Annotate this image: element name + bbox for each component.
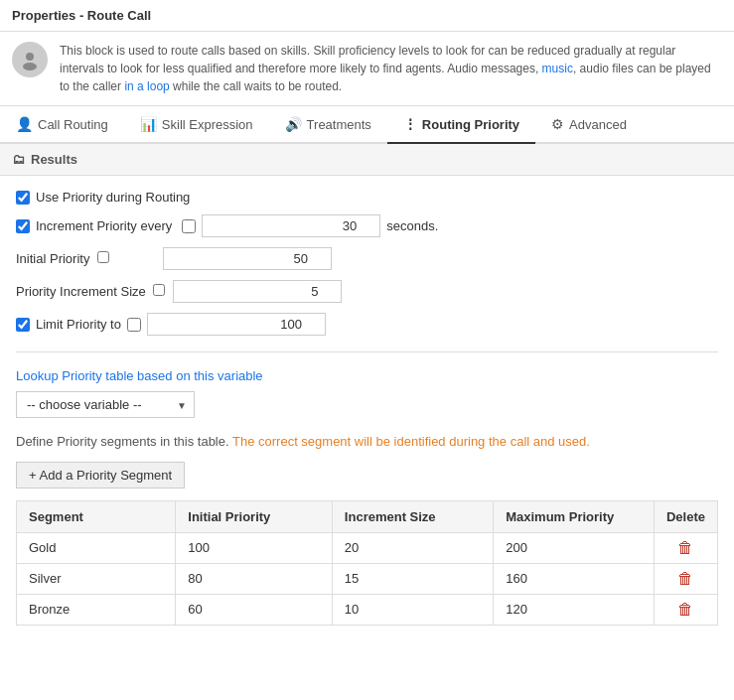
info-bar: This block is used to route calls based … — [0, 32, 734, 106]
advanced-icon: ⚙ — [551, 116, 564, 132]
priority-increment-size-label: Priority Increment Size — [16, 284, 165, 299]
cell-increment-size-1 — [332, 563, 493, 594]
input-maximum-priority-0[interactable] — [506, 540, 642, 555]
input-maximum-priority-1[interactable] — [506, 571, 642, 586]
tab-routing-priority[interactable]: ⋮ Routing Priority — [387, 106, 535, 144]
delete-row-button-1[interactable]: 🗑 — [677, 570, 693, 587]
delete-row-button-2[interactable]: 🗑 — [677, 601, 693, 618]
increment-priority-row: Increment Priority every seconds. — [16, 214, 718, 237]
results-icon: 🗂 — [12, 152, 25, 167]
table-row: 🗑 — [17, 563, 718, 594]
tab-treatments-label: Treatments — [307, 117, 371, 132]
cell-maximum-priority-0 — [494, 532, 655, 563]
seconds-unit: seconds. — [386, 218, 438, 233]
tab-call-routing-label: Call Routing — [38, 117, 108, 132]
priority-table: Segment Initial Priority Increment Size … — [16, 500, 718, 626]
col-segment: Segment — [17, 500, 176, 532]
page-title: Properties - Route Call — [0, 0, 734, 32]
input-segment-2[interactable] — [29, 602, 163, 617]
skill-expression-icon: 📊 — [140, 116, 157, 132]
svg-point-1 — [23, 63, 37, 70]
cell-segment-1 — [17, 563, 176, 594]
priority-increment-size-input[interactable] — [173, 280, 342, 303]
use-priority-label: Use Priority during Routing — [36, 190, 190, 205]
use-priority-row: Use Priority during Routing — [16, 190, 718, 205]
define-text-before: Define Priority segments in this table. — [16, 434, 229, 449]
limit-priority-checkbox[interactable] — [16, 318, 30, 332]
increment-priority-label: Increment Priority every — [36, 218, 172, 233]
initial-priority-row: Initial Priority — [16, 247, 718, 270]
priority-increment-size-checkbox[interactable] — [153, 284, 165, 296]
cell-segment-0 — [17, 532, 176, 563]
limit-priority-input[interactable] — [147, 313, 326, 336]
cell-maximum-priority-1 — [494, 563, 655, 594]
cell-segment-2 — [17, 594, 176, 625]
delete-row-button-0[interactable]: 🗑 — [677, 539, 693, 556]
col-maximum-priority: Maximum Priority — [494, 500, 655, 532]
use-priority-checkbox[interactable] — [16, 191, 30, 205]
main-content: Use Priority during Routing Increment Pr… — [0, 176, 734, 639]
lookup-label: Lookup Priority table based on this vari… — [16, 368, 718, 383]
cell-initial-priority-2 — [176, 594, 333, 625]
cell-delete-2: 🗑 — [654, 594, 717, 625]
input-increment-size-0[interactable] — [345, 540, 481, 555]
input-segment-1[interactable] — [29, 571, 163, 586]
cell-initial-priority-0 — [176, 532, 333, 563]
info-text: This block is used to route calls based … — [60, 42, 722, 95]
cell-increment-size-0 — [332, 532, 493, 563]
tab-call-routing[interactable]: 👤 Call Routing — [0, 106, 124, 144]
tab-skill-expression[interactable]: 📊 Skill Expression — [124, 106, 269, 144]
input-increment-size-1[interactable] — [345, 571, 481, 586]
input-initial-priority-2[interactable] — [188, 602, 320, 617]
initial-priority-label: Initial Priority — [16, 251, 155, 266]
tab-treatments[interactable]: 🔊 Treatments — [269, 106, 387, 144]
col-increment-size: Increment Size — [332, 500, 493, 532]
increment-priority-checkbox[interactable] — [16, 219, 30, 233]
tab-routing-priority-label: Routing Priority — [422, 117, 519, 132]
table-row: 🗑 — [17, 532, 718, 563]
define-text: Define Priority segments in this table. … — [16, 432, 718, 452]
add-priority-segment-button[interactable]: + Add a Priority Segment — [16, 462, 185, 489]
variable-select[interactable]: -- choose variable -- — [16, 391, 195, 418]
col-initial-priority: Initial Priority — [176, 500, 333, 532]
cell-maximum-priority-2 — [494, 594, 655, 625]
table-header-row: Segment Initial Priority Increment Size … — [17, 500, 718, 532]
limit-priority-label: Limit Priority to — [36, 317, 121, 332]
table-row: 🗑 — [17, 594, 718, 625]
input-increment-size-2[interactable] — [345, 602, 481, 617]
initial-priority-checkbox[interactable] — [97, 251, 109, 263]
variable-select-wrapper: -- choose variable -- — [16, 391, 195, 418]
cell-delete-1: 🗑 — [654, 563, 717, 594]
treatments-icon: 🔊 — [285, 116, 302, 132]
priority-increment-size-row: Priority Increment Size — [16, 280, 718, 303]
call-routing-icon: 👤 — [16, 116, 33, 132]
results-section-header: 🗂 Results — [0, 144, 734, 176]
cell-increment-size-2 — [332, 594, 493, 625]
tabs-bar: 👤 Call Routing 📊 Skill Expression 🔊 Trea… — [0, 106, 734, 144]
input-initial-priority-1[interactable] — [188, 571, 320, 586]
input-initial-priority-0[interactable] — [188, 540, 320, 555]
define-text-highlight: The correct segment will be identified d… — [232, 434, 590, 449]
input-segment-0[interactable] — [29, 540, 163, 555]
tab-skill-expression-label: Skill Expression — [162, 117, 253, 132]
increment-priority-variable-checkbox[interactable] — [182, 219, 196, 233]
col-delete: Delete — [654, 500, 717, 532]
initial-priority-input[interactable] — [163, 247, 332, 270]
limit-priority-variable-checkbox[interactable] — [127, 318, 141, 332]
avatar-icon — [12, 42, 48, 77]
input-maximum-priority-2[interactable] — [506, 602, 642, 617]
tab-advanced[interactable]: ⚙ Advanced — [535, 106, 643, 144]
cell-delete-0: 🗑 — [654, 532, 717, 563]
limit-priority-row: Limit Priority to — [16, 313, 718, 336]
cell-initial-priority-1 — [176, 563, 333, 594]
tab-advanced-label: Advanced — [569, 117, 627, 132]
results-label: Results — [31, 152, 77, 167]
divider — [16, 351, 718, 352]
svg-point-0 — [26, 53, 34, 61]
increment-seconds-input[interactable] — [202, 214, 380, 237]
routing-priority-icon: ⋮ — [403, 116, 417, 132]
lookup-section: Lookup Priority table based on this vari… — [16, 368, 718, 418]
